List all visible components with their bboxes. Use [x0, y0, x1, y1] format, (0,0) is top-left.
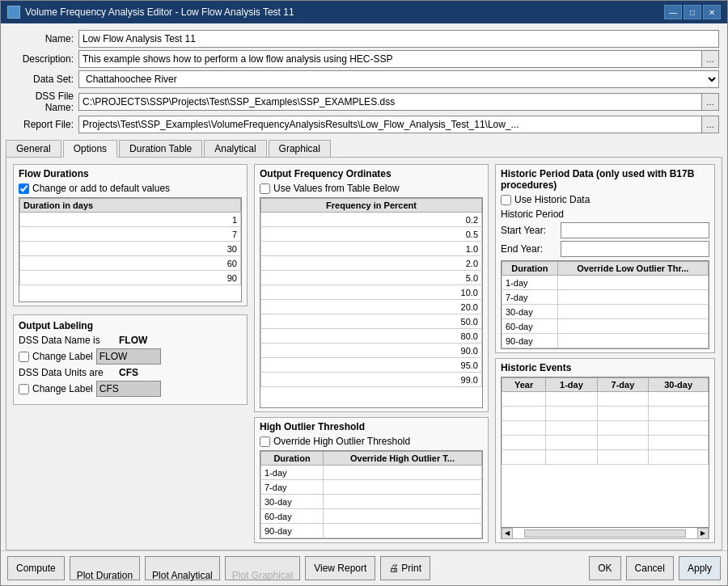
historic-duration-cell: 90-day	[502, 334, 558, 348]
outlier-threshold-cell[interactable]	[324, 480, 482, 495]
bottom-bar: Compute Plot Duration Data Plot Analytic…	[1, 550, 727, 585]
dataset-select[interactable]: Chattahoochee River	[78, 70, 719, 88]
historic-duration-cell: 30-day	[502, 305, 558, 319]
override-outlier-checkbox[interactable]	[260, 436, 270, 447]
flow-durations-title: Flow Durations	[19, 168, 242, 179]
historic-duration-header: Duration	[502, 262, 558, 276]
frequency-cell[interactable]: 2.0	[261, 256, 482, 271]
flow-duration-cell[interactable]: 60	[20, 256, 241, 271]
historic-events-title: Historic Events	[501, 362, 709, 373]
flow-durations-table: Duration in days 17306090	[19, 198, 241, 285]
dataset-row: Data Set: Chattahoochee River	[9, 70, 719, 88]
outlier-threshold-cell[interactable]	[324, 495, 482, 509]
historic-threshold-cell[interactable]	[557, 290, 708, 305]
view-report-button[interactable]: View Report	[305, 556, 375, 580]
report-browse-button[interactable]: …	[701, 116, 719, 133]
tab-duration-table[interactable]: Duration Table	[119, 140, 202, 157]
start-year-label: Start Year:	[501, 225, 557, 236]
change-units-label: Change Label	[32, 383, 93, 394]
frequency-cell[interactable]: 80.0	[261, 329, 482, 344]
end-year-input[interactable]	[561, 241, 709, 257]
output-frequency-section: Output Frequency Ordinates Use Values fr…	[254, 164, 489, 412]
historic-threshold-cell[interactable]	[557, 276, 708, 290]
change-label-row: Change Label	[19, 348, 242, 365]
use-values-checkbox[interactable]	[260, 183, 270, 194]
change-label-label: Change Label	[32, 351, 93, 362]
description-browse-button[interactable]: …	[701, 50, 719, 68]
dss-name-label: DSS Data Name is	[19, 335, 116, 346]
use-historic-checkbox[interactable]	[501, 195, 511, 205]
change-units-checkbox[interactable]	[19, 384, 29, 394]
minimize-button[interactable]: —	[664, 5, 682, 19]
horizontal-scrollbar[interactable]: ◀ ▶	[501, 528, 709, 539]
historic-events-table: Year 1-day 7-day 30-day	[502, 377, 709, 465]
tab-graphical[interactable]: Graphical	[269, 140, 331, 157]
change-defaults-row: Change or add to default values	[19, 183, 242, 194]
cancel-button[interactable]: Cancel	[626, 556, 674, 580]
outlier-threshold-cell[interactable]	[324, 509, 482, 524]
maximize-button[interactable]: □	[684, 5, 701, 19]
frequency-cell[interactable]: 50.0	[261, 314, 482, 329]
plot-duration-button[interactable]: Plot Duration Data	[70, 556, 140, 580]
high-outlier-section: High Outlier Threshold Override High Out…	[254, 417, 489, 543]
flow-duration-cell[interactable]: 90	[20, 271, 241, 285]
close-button[interactable]: ✕	[703, 5, 721, 19]
dss-input[interactable]	[78, 93, 701, 111]
historic-duration-cell: 1-day	[502, 276, 558, 290]
description-input[interactable]	[78, 50, 701, 68]
tab-analytical[interactable]: Analytical	[204, 140, 266, 157]
compute-button[interactable]: Compute	[7, 556, 65, 580]
historic-threshold-cell[interactable]	[557, 319, 708, 334]
change-label-checkbox[interactable]	[19, 352, 29, 362]
change-units-input[interactable]	[96, 381, 161, 397]
print-button[interactable]: 🖨 Print	[380, 556, 430, 580]
he-year-header: Year	[502, 378, 546, 392]
use-historic-label: Use Historic Data	[514, 194, 590, 205]
frequency-cell[interactable]: 5.0	[261, 271, 482, 285]
options-grid: Flow Durations Change or add to default …	[13, 164, 715, 543]
report-field: …	[78, 116, 719, 133]
frequency-cell[interactable]: 95.0	[261, 358, 482, 373]
outlier-duration-cell: 7-day	[261, 480, 324, 495]
tab-options[interactable]: Options	[63, 140, 117, 158]
tab-general[interactable]: General	[6, 140, 61, 157]
flow-duration-cell[interactable]: 30	[20, 242, 241, 256]
frequency-cell[interactable]: 20.0	[261, 300, 482, 314]
dss-row: DSS File Name: …	[9, 91, 719, 113]
scroll-left-button[interactable]: ◀	[502, 528, 513, 539]
scroll-right-button[interactable]: ▶	[697, 528, 709, 539]
historic-period-title: Historic Period Data (only used with B17…	[501, 168, 709, 191]
change-defaults-checkbox[interactable]	[19, 183, 29, 194]
change-label-input[interactable]	[96, 348, 161, 365]
scrollbar-track[interactable]	[524, 529, 686, 538]
historic-period-table-container: Duration Override Low Outlier Thr... 1-d…	[501, 260, 709, 349]
historic-threshold-cell[interactable]	[557, 305, 708, 319]
historic-threshold-cell[interactable]	[557, 334, 708, 348]
start-year-input[interactable]	[561, 222, 709, 238]
report-row: Report File: …	[9, 116, 719, 133]
report-label: Report File:	[9, 119, 74, 130]
flow-duration-cell[interactable]: 7	[20, 227, 241, 242]
plot-graphical-button[interactable]: Plot Graphical Curve	[225, 556, 300, 580]
main-window: Volume Frequency Analysis Editor - Low F…	[0, 0, 728, 586]
ok-button[interactable]: OK	[589, 556, 620, 580]
outlier-duration-cell: 1-day	[261, 466, 324, 480]
report-input[interactable]	[78, 116, 701, 133]
dss-units-row: DSS Data Units are CFS	[19, 367, 242, 378]
frequency-cell[interactable]: 90.0	[261, 344, 482, 358]
plot-analytical-button[interactable]: Plot Analytical Curve	[145, 556, 220, 580]
frequency-cell[interactable]: 99.0	[261, 373, 482, 387]
frequency-cell[interactable]: 10.0	[261, 285, 482, 300]
outlier-threshold-cell[interactable]	[324, 524, 482, 538]
dss-browse-button[interactable]: …	[701, 93, 719, 111]
outlier-duration-header: Duration	[261, 452, 324, 466]
outlier-threshold-cell[interactable]	[324, 466, 482, 480]
frequency-cell[interactable]: 1.0	[261, 242, 482, 256]
name-input[interactable]	[78, 30, 719, 48]
apply-button[interactable]: Apply	[679, 556, 721, 580]
frequency-cell[interactable]: 0.5	[261, 227, 482, 242]
historic-duration-cell: 7-day	[502, 290, 558, 305]
frequency-cell[interactable]: 0.2	[261, 213, 482, 227]
end-year-row: End Year:	[501, 241, 709, 257]
flow-duration-cell[interactable]: 1	[20, 213, 241, 227]
